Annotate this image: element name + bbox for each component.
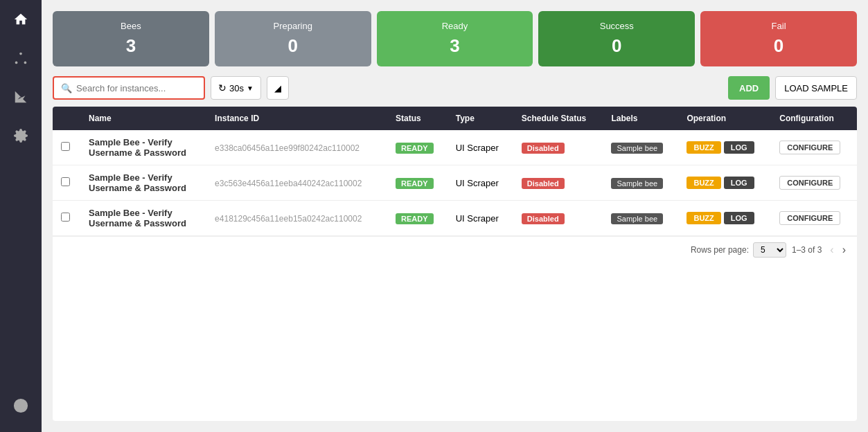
refresh-interval-label: 30s	[229, 83, 244, 93]
col-type: Type	[448, 107, 513, 130]
svg-text:G: G	[17, 403, 22, 410]
refresh-button[interactable]: ↻ 30s ▼	[211, 76, 261, 100]
row-operation-2: BUZZ LOG	[678, 201, 771, 236]
filter-button[interactable]: ◢	[267, 76, 289, 100]
row-label-1: Sample bee	[603, 165, 678, 201]
table-row: Sample Bee - Verify Username & Password …	[53, 201, 857, 236]
search-icon: 🔍	[61, 83, 72, 93]
sidebar: G	[0, 0, 42, 432]
stat-card-preparing: Preparing 0	[215, 11, 371, 66]
row-schedule-status-0: Disabled	[513, 130, 603, 165]
stat-card-success: Success 0	[538, 11, 695, 66]
row-schedule-status-2: Disabled	[513, 201, 603, 236]
sidebar-item-settings[interactable]	[8, 123, 33, 148]
refresh-dropdown-icon: ▼	[247, 84, 254, 92]
table-row: Sample Bee - Verify Username & Password …	[53, 165, 857, 201]
row-schedule-status-1: Disabled	[513, 165, 603, 201]
col-checkbox	[53, 107, 80, 130]
svg-point-1	[15, 62, 18, 64]
row-label-0: Sample bee	[603, 130, 678, 165]
buzz-button-2[interactable]: BUZZ	[687, 212, 720, 224]
row-checkbox-2[interactable]	[61, 213, 70, 222]
instances-table: Name Instance ID Status Type Schedule St…	[53, 107, 857, 236]
configure-button-0[interactable]: CONFIGURE	[779, 141, 840, 154]
log-button-1[interactable]: LOG	[724, 177, 754, 189]
stat-label-fail: Fail	[772, 21, 786, 31]
next-page-button[interactable]: ›	[840, 244, 849, 256]
row-instance-id-2: e418129c456a11eeb15a0242ac110002	[206, 201, 387, 236]
log-button-2[interactable]: LOG	[724, 212, 754, 224]
row-configure-1: CONFIGURE	[771, 165, 857, 201]
row-configure-0: CONFIGURE	[771, 130, 857, 165]
buzz-button-0[interactable]: BUZZ	[687, 141, 720, 154]
buzz-button-1[interactable]: BUZZ	[687, 177, 720, 189]
stat-value-fail: 0	[774, 35, 783, 57]
table-body: Sample Bee - Verify Username & Password …	[53, 130, 857, 236]
col-instance-id: Instance ID	[206, 107, 387, 130]
sidebar-item-network[interactable]	[8, 46, 33, 71]
col-schedule-status: Schedule Status	[513, 107, 603, 130]
rows-per-page-select[interactable]: 5 10 25	[753, 242, 786, 258]
refresh-icon: ↻	[218, 82, 227, 93]
row-status-2: READY	[387, 201, 448, 236]
stat-card-ready: Ready 3	[377, 11, 533, 66]
stat-value-success: 0	[612, 35, 621, 57]
stat-value-ready: 3	[450, 35, 459, 57]
row-instance-id-0: e338ca06456a11ee99f80242ac110002	[206, 130, 387, 165]
svg-point-0	[19, 53, 22, 55]
log-button-0[interactable]: LOG	[724, 141, 754, 154]
table-header: Name Instance ID Status Type Schedule St…	[53, 107, 857, 130]
stat-card-fail: Fail 0	[700, 11, 857, 66]
svg-point-2	[24, 62, 27, 64]
stat-value-bees: 3	[126, 35, 136, 57]
row-status-1: READY	[387, 165, 448, 201]
pagination-row: Rows per page: 5 10 25 1–3 of 3 ‹ ›	[53, 236, 857, 263]
row-type-2: UI Scraper	[448, 201, 513, 236]
stats-row: Bees 3 Preparing 0 Ready 3 Success 0 Fai…	[53, 11, 857, 66]
col-configuration: Configuration	[771, 107, 857, 130]
pagination-nav: ‹ ›	[827, 244, 849, 256]
configure-button-2[interactable]: CONFIGURE	[779, 211, 840, 225]
row-type-1: UI Scraper	[448, 165, 513, 201]
prev-page-button[interactable]: ‹	[827, 244, 836, 256]
row-configure-2: CONFIGURE	[771, 201, 857, 236]
row-operation-0: BUZZ LOG	[678, 130, 771, 165]
sidebar-item-home[interactable]	[8, 7, 33, 32]
row-checkbox-0[interactable]	[61, 142, 70, 151]
main-content: Bees 3 Preparing 0 Ready 3 Success 0 Fai…	[42, 0, 868, 432]
add-button[interactable]: ADD	[728, 76, 770, 100]
row-name-1: Sample Bee - Verify Username & Password	[80, 165, 206, 201]
row-status-0: READY	[387, 130, 448, 165]
search-input[interactable]	[76, 83, 197, 93]
filter-icon: ◢	[274, 83, 281, 93]
row-operation-1: BUZZ LOG	[678, 165, 771, 201]
row-label-2: Sample bee	[603, 201, 678, 236]
stat-label-ready: Ready	[442, 21, 468, 31]
row-type-0: UI Scraper	[448, 130, 513, 165]
sidebar-item-chart[interactable]	[8, 84, 33, 109]
stat-label-success: Success	[600, 21, 634, 31]
table-container: Name Instance ID Status Type Schedule St…	[53, 107, 857, 421]
toolbar: 🔍 ↻ 30s ▼ ◢ ADD LOAD SAMPLE	[53, 76, 857, 100]
pagination-range: 1–3 of 3	[792, 245, 822, 255]
search-box[interactable]: 🔍	[53, 76, 205, 100]
row-instance-id-1: e3c563e4456a11eeba440242ac110002	[206, 165, 387, 201]
stat-label-bees: Bees	[121, 21, 141, 31]
row-name-0: Sample Bee - Verify Username & Password	[80, 130, 206, 165]
row-name-2: Sample Bee - Verify Username & Password	[80, 201, 206, 236]
col-status: Status	[387, 107, 448, 130]
stat-value-preparing: 0	[287, 35, 297, 57]
row-checkbox-1[interactable]	[61, 177, 70, 186]
col-labels: Labels	[603, 107, 678, 130]
rows-per-page-label: Rows per page:	[691, 245, 749, 255]
load-sample-button[interactable]: LOAD SAMPLE	[775, 76, 857, 100]
col-name: Name	[80, 107, 206, 130]
configure-button-1[interactable]: CONFIGURE	[779, 176, 840, 190]
col-operation: Operation	[678, 107, 771, 130]
stat-card-bees: Bees 3	[53, 11, 209, 66]
stat-label-preparing: Preparing	[274, 21, 312, 31]
rows-per-page: Rows per page: 5 10 25	[691, 242, 786, 258]
table-row: Sample Bee - Verify Username & Password …	[53, 130, 857, 165]
sidebar-item-google[interactable]: G	[8, 393, 33, 418]
